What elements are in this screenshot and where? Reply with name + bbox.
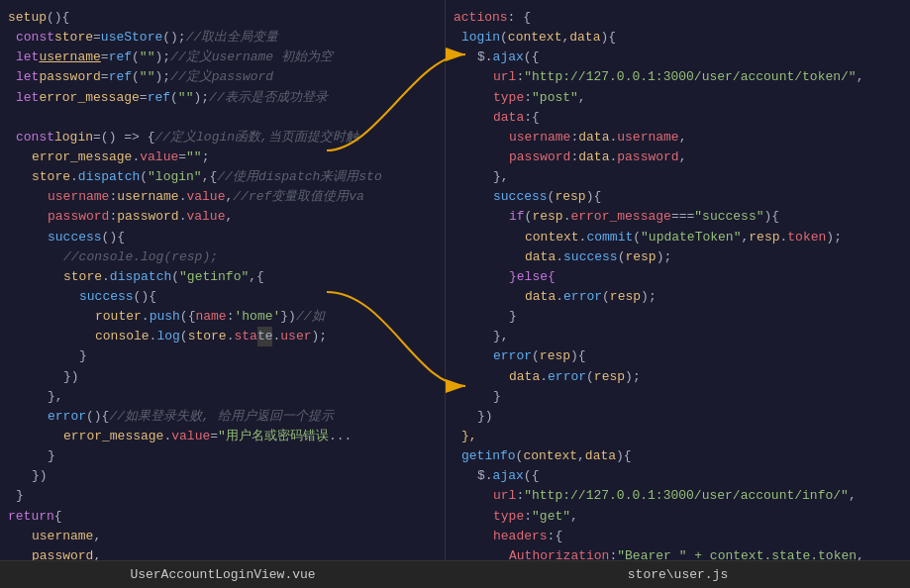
code-line: } bbox=[0, 346, 445, 366]
code-line: data.success(resp); bbox=[446, 247, 910, 267]
code-line: headers:{ bbox=[446, 527, 910, 546]
code-line: getinfo(context, data){ bbox=[446, 446, 910, 466]
code-line: const login = () => { //定义login函数,当页面提交时… bbox=[0, 128, 445, 147]
code-line: data.error(resp); bbox=[446, 367, 910, 387]
code-line: }, bbox=[446, 327, 910, 346]
code-line: } bbox=[0, 446, 445, 466]
code-line: url:"http://127.0.0.1:3000/user/account/… bbox=[446, 67, 910, 87]
code-line: success(){ bbox=[0, 287, 445, 307]
code-line: } bbox=[446, 307, 910, 327]
code-line: store.dispatch("getinfo",{ bbox=[0, 267, 445, 287]
code-line: success(resp){ bbox=[446, 187, 910, 207]
left-panel-label: UserAccountLoginView.vue bbox=[0, 567, 446, 582]
code-line: return{ bbox=[0, 507, 445, 527]
code-line: data.error(resp); bbox=[446, 287, 910, 307]
left-panel: setup(){ const store = useStore();//取出全局… bbox=[0, 0, 446, 560]
footer-labels: UserAccountLoginView.vue store\user.js bbox=[0, 560, 910, 588]
code-line: }else{ bbox=[446, 267, 910, 287]
code-line: url:"http://127.0.0.1:3000/user/account/… bbox=[446, 486, 910, 506]
code-line: }) bbox=[446, 407, 910, 427]
code-line: error(){//如果登录失败, 给用户返回一个提示 bbox=[0, 407, 445, 427]
code-line: username:data.username, bbox=[446, 128, 910, 147]
code-line: }, bbox=[446, 427, 910, 446]
code-line: }, bbox=[446, 167, 910, 187]
code-line: router.push({name:'home'})//如 bbox=[0, 307, 445, 327]
code-line: let username = ref("");//定义username 初始为空 bbox=[0, 48, 445, 67]
code-line: success(){ bbox=[0, 228, 445, 247]
right-panel: actions: { login(context, data){ $.ajax(… bbox=[446, 0, 910, 560]
code-line: let password = ref("");//定义password bbox=[0, 67, 445, 87]
code-line: username, bbox=[0, 527, 445, 546]
code-line: store.dispatch("login",{//使用dispatch来调用s… bbox=[0, 167, 445, 187]
code-line: Authorization:"Bearer " + context.state.… bbox=[446, 546, 910, 560]
code-line: $.ajax({ bbox=[446, 466, 910, 486]
code-line: } bbox=[446, 387, 910, 407]
code-line: password, bbox=[0, 546, 445, 560]
code-line: username:username.value,//ref变量取值使用va bbox=[0, 187, 445, 207]
code-line: actions: { bbox=[446, 8, 910, 28]
code-line: login(context, data){ bbox=[446, 28, 910, 48]
code-line: error_message.value = ""; bbox=[0, 147, 445, 167]
code-line: type:"get", bbox=[446, 507, 910, 527]
code-line: $.ajax({ bbox=[446, 48, 910, 67]
code-line: if(resp.error_message === "success"){ bbox=[446, 207, 910, 227]
code-line: setup(){ bbox=[0, 8, 445, 28]
code-line: }, bbox=[0, 387, 445, 407]
code-line: error_message.value = "用户名或密码错误... bbox=[0, 427, 445, 446]
code-line: type:"post", bbox=[446, 88, 910, 108]
code-line: } bbox=[0, 486, 445, 506]
code-line: //console.log(resp); bbox=[0, 247, 445, 267]
code-line: }) bbox=[0, 367, 445, 387]
code-line bbox=[0, 108, 445, 128]
code-line: const store = useStore();//取出全局变量 bbox=[0, 28, 445, 48]
code-line: let error_message = ref("");//表示是否成功登录 bbox=[0, 88, 445, 108]
code-line: context.commit("updateToken",resp.token)… bbox=[446, 228, 910, 247]
code-line: password:data.password, bbox=[446, 147, 910, 167]
code-line: data:{ bbox=[446, 108, 910, 128]
code-line: error(resp){ bbox=[446, 346, 910, 366]
code-line: console.log(store.state.user); bbox=[0, 327, 445, 346]
main-container: setup(){ const store = useStore();//取出全局… bbox=[0, 0, 910, 560]
code-line: }) bbox=[0, 466, 445, 486]
right-panel-label: store\user.js bbox=[446, 567, 910, 582]
code-line: password:password.value, bbox=[0, 207, 445, 227]
